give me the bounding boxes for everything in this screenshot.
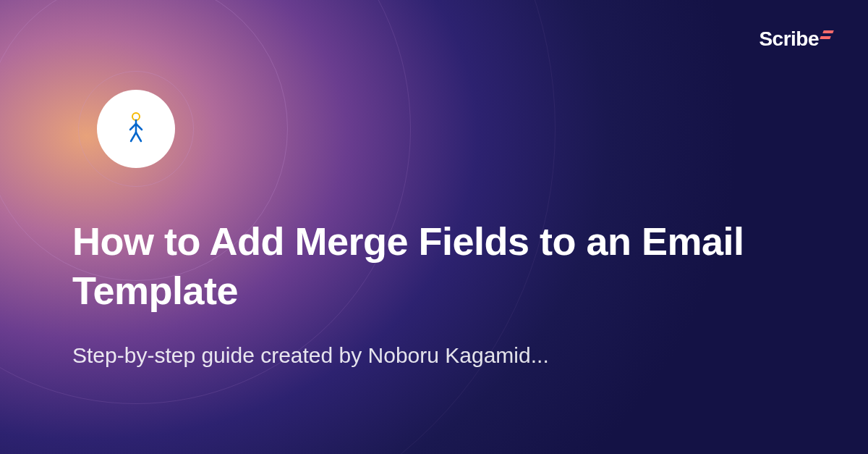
avatar (97, 90, 175, 168)
brand-name: Scribe (759, 28, 819, 51)
svg-line-4 (131, 133, 136, 141)
person-icon (126, 112, 146, 146)
svg-point-0 (132, 113, 140, 120)
brand-logo: Scribe (759, 28, 833, 51)
page-subtitle: Step-by-step guide created by Noboru Kag… (72, 340, 796, 371)
page-title: How to Add Merge Fields to an Email Temp… (72, 217, 796, 315)
brand-mark-icon (823, 30, 833, 39)
svg-line-5 (136, 133, 141, 141)
